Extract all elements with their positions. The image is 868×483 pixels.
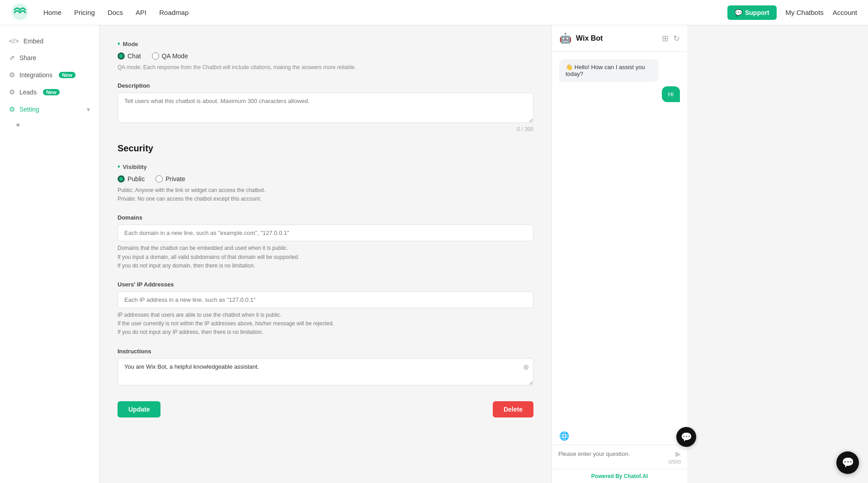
mode-dot: • xyxy=(118,40,120,48)
mode-qa-option[interactable]: QA Mode xyxy=(152,52,188,60)
ip-label: Users' IP Addresses xyxy=(118,281,533,288)
chat-bot-message: 👋 Hello! How can I assist you today? xyxy=(559,59,680,82)
chat-bot-bubble: 👋 Hello! How can I assist you today? xyxy=(559,59,659,82)
settings-icon: ⚙ xyxy=(9,105,15,113)
domains-hints: Domains that the chatbot can be embedded… xyxy=(118,244,533,270)
domains-section: Domains Domains that the chatbot can be … xyxy=(118,214,533,270)
sidebar-item-share[interactable]: ⇗ Share xyxy=(0,49,99,66)
main-layout: </> Embed ⇗ Share ⚙ Integrations New ⚙ L… xyxy=(0,25,868,483)
visibility-hint: Public: Anyone with the link or widget c… xyxy=(118,186,533,203)
instructions-label: Instructions xyxy=(118,348,533,355)
action-bar: Update Delete xyxy=(118,401,533,417)
chat-user-message: Hi xyxy=(559,86,680,102)
account-link[interactable]: Account xyxy=(833,9,857,16)
description-textarea[interactable] xyxy=(118,93,533,123)
ip-section: Users' IP Addresses IP addresses that us… xyxy=(118,281,533,337)
chat-header: 🤖 Wix Bot ⊞ ↻ xyxy=(552,25,687,52)
visibility-private-radio[interactable] xyxy=(156,175,163,183)
launcher-bubble[interactable]: 💬 xyxy=(836,451,859,474)
chat-input-area: ▶ 0/500 xyxy=(552,445,687,469)
nav-api[interactable]: API xyxy=(136,9,146,16)
my-chatbots-link[interactable]: My Chatbots xyxy=(786,9,824,16)
send-icon[interactable]: ▶ xyxy=(675,450,681,458)
sidebar-sub-list[interactable]: ≡ xyxy=(16,118,99,132)
support-icon: 💬 xyxy=(735,9,742,16)
instructions-section: Instructions You are Wix Bot, a helpful … xyxy=(118,348,533,387)
chat-input[interactable] xyxy=(558,450,672,457)
leads-icon: ⚙ xyxy=(9,88,15,96)
nav-docs[interactable]: Docs xyxy=(108,9,123,16)
mode-chat-option[interactable]: Chat xyxy=(118,52,141,60)
visibility-section: • Visibility Public Private Public: Anyo… xyxy=(118,163,533,203)
top-navigation: Home Pricing Docs API Roadmap 💬 Support … xyxy=(0,0,868,25)
instructions-textarea[interactable]: You are Wix Bot, a helpful knowledgeable… xyxy=(118,358,533,385)
update-button[interactable]: Update xyxy=(118,401,160,417)
logo[interactable] xyxy=(11,3,29,22)
chat-powered-by: Powered By Chatof.AI xyxy=(552,469,687,483)
sidebar-item-setting[interactable]: ⚙ Setting ▾ xyxy=(0,101,99,118)
chat-brand: Chatof.AI xyxy=(624,473,648,479)
share-icon: ⇗ xyxy=(9,54,15,62)
chat-user-bubble: Hi xyxy=(662,86,680,102)
visibility-public-radio[interactable] xyxy=(118,175,125,183)
visibility-label: • Visibility xyxy=(118,163,533,171)
mode-qa-radio[interactable] xyxy=(152,52,159,60)
sidebar: </> Embed ⇗ Share ⚙ Integrations New ⚙ L… xyxy=(0,25,99,483)
description-section: Description 0 / 300 xyxy=(118,82,533,132)
chat-input-row: ▶ xyxy=(558,450,681,458)
nav-right: 💬 Support My Chatbots Account xyxy=(727,5,857,20)
chat-expand-icon[interactable]: ⊞ xyxy=(662,33,669,43)
globe-icon[interactable]: 🌐 xyxy=(552,427,687,445)
sidebar-item-integrations[interactable]: ⚙ Integrations New xyxy=(0,66,99,84)
chevron-down-icon: ▾ xyxy=(87,106,90,113)
visibility-dot: • xyxy=(118,163,120,171)
ip-input[interactable] xyxy=(118,291,533,308)
chat-refresh-icon[interactable]: ↻ xyxy=(673,33,680,43)
chat-bot-icon: 🤖 xyxy=(559,33,571,44)
mode-section: • Mode Chat QA Mode QA mode: Each respon… xyxy=(118,40,533,71)
chat-char-count: 0/500 xyxy=(558,459,681,464)
code-icon: </> xyxy=(9,37,19,45)
description-char-count: 0 / 300 xyxy=(118,126,533,132)
chat-bubble-button[interactable]: 💬 xyxy=(676,427,696,447)
mode-radio-group: Chat QA Mode xyxy=(118,52,533,60)
qa-hint: QA mode: Each response from the Chatbot … xyxy=(118,63,533,71)
nav-home[interactable]: Home xyxy=(43,9,61,16)
chat-header-actions: ⊞ ↻ xyxy=(662,33,680,43)
nav-pricing[interactable]: Pricing xyxy=(74,9,95,16)
leads-badge: New xyxy=(43,89,60,95)
list-icon: ≡ xyxy=(16,122,20,128)
main-content-area: • Mode Chat QA Mode QA mode: Each respon… xyxy=(99,25,552,483)
domains-input[interactable] xyxy=(118,225,533,241)
visibility-public-option[interactable]: Public xyxy=(118,175,145,183)
chat-messages: 👋 Hello! How can I assist you today? Hi xyxy=(552,52,687,427)
integrations-badge: New xyxy=(59,72,75,78)
nav-roadmap[interactable]: Roadmap xyxy=(159,9,189,16)
chat-bot-name: Wix Bot xyxy=(576,34,657,42)
domains-label: Domains xyxy=(118,214,533,221)
visibility-private-option[interactable]: Private xyxy=(156,175,185,183)
chat-panel: 🤖 Wix Bot ⊞ ↻ 👋 Hello! How can I assist … xyxy=(552,25,687,483)
ip-hints: IP addresses that users are able to use … xyxy=(118,311,533,337)
delete-button[interactable]: Delete xyxy=(493,401,533,417)
clear-instructions-icon[interactable]: ⊗ xyxy=(523,363,529,371)
support-button[interactable]: 💬 Support xyxy=(727,5,777,20)
sidebar-item-embed[interactable]: </> Embed xyxy=(0,33,99,49)
sidebar-sub-menu: ≡ xyxy=(0,118,99,132)
sidebar-item-leads[interactable]: ⚙ Leads New xyxy=(0,84,99,101)
visibility-radio-group: Public Private xyxy=(118,175,533,183)
security-title: Security xyxy=(118,143,533,154)
description-label: Description xyxy=(118,82,533,89)
nav-links: Home Pricing Docs API Roadmap xyxy=(43,9,727,16)
mode-label: • Mode xyxy=(118,40,533,48)
integrations-icon: ⚙ xyxy=(9,71,15,79)
mode-chat-radio[interactable] xyxy=(118,52,125,60)
